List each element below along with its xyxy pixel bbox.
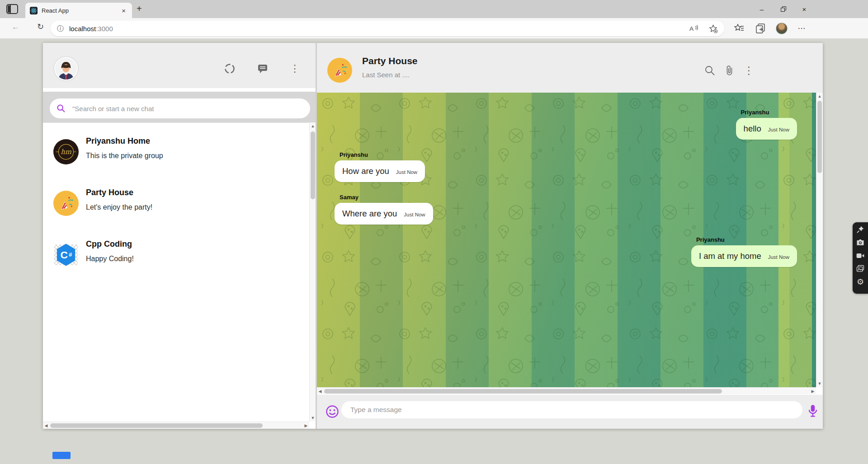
message-list: Priyanshu hello Just Now Priyanshu How a… xyxy=(317,93,816,387)
sidebar-hscrollbar[interactable]: ◀ ▶ xyxy=(43,422,309,429)
chat-name: Party House xyxy=(86,188,133,197)
sidebar-header: ⋮ xyxy=(43,43,316,88)
scrollbar-thumb[interactable] xyxy=(311,131,315,199)
emoji-icon[interactable] xyxy=(324,403,340,420)
message-time: Just Now xyxy=(768,127,789,132)
message: Samay Where are you Just Now xyxy=(335,194,433,225)
status-icon[interactable] xyxy=(224,63,236,75)
chat-menu-icon[interactable]: ⋮ xyxy=(743,65,755,77)
chat-header: Party House Last Seen at .... ⋮ xyxy=(317,43,823,93)
message-input-bar xyxy=(317,395,823,429)
search-bar[interactable] xyxy=(50,98,310,118)
chat-search-icon[interactable] xyxy=(704,65,716,77)
message-sender: Samay xyxy=(340,194,359,201)
messages-hscrollbar[interactable]: ◀ ▶ xyxy=(317,387,816,394)
scroll-up-icon[interactable]: ▲ xyxy=(816,93,823,100)
message-time: Just Now xyxy=(396,169,417,175)
scrollbar-thumb[interactable] xyxy=(50,423,263,428)
scroll-down-icon[interactable]: ▼ xyxy=(816,380,823,387)
taskbar-fragment xyxy=(52,452,71,459)
message: Priyanshu I am at my home Just Now xyxy=(691,236,797,267)
svg-text:A: A xyxy=(689,25,694,32)
window-minimize-icon[interactable]: – xyxy=(751,0,772,18)
chat-list-scrollbar[interactable]: ▲ ▼ xyxy=(309,122,316,422)
message-input-pill xyxy=(341,401,802,418)
browser-tab-strip: React App × + – × xyxy=(0,0,868,18)
collections-icon[interactable] xyxy=(755,23,767,34)
svg-text:hm: hm xyxy=(61,148,72,156)
back-icon[interactable]: ← xyxy=(11,22,19,32)
add-favorite-icon[interactable] xyxy=(708,24,718,33)
scroll-down-icon[interactable]: ▼ xyxy=(310,414,316,422)
favorites-icon[interactable] xyxy=(733,23,745,34)
sidebar: ⋮ hm Priyanshu Home This is the privat xyxy=(43,43,316,429)
chat-preview: This is the private group xyxy=(86,152,163,160)
scrollbar-thumb[interactable] xyxy=(817,101,822,173)
whatsapp-clone-app: ⋮ hm Priyanshu Home This is the privat xyxy=(43,43,823,429)
message-input[interactable] xyxy=(350,406,793,414)
chat-list-item[interactable]: Party House Let's enjoy the party! xyxy=(43,178,310,230)
message-text: hello xyxy=(744,124,761,134)
scroll-right-icon[interactable]: ▶ xyxy=(303,422,309,429)
new-tab-icon[interactable]: + xyxy=(137,4,142,14)
site-info-icon[interactable]: ⓘ xyxy=(57,24,64,33)
message-sender: Priyanshu xyxy=(340,151,368,158)
chat-list-item[interactable]: C# Cpp Coding Happy Coding! xyxy=(43,230,310,281)
scroll-left-icon[interactable]: ◀ xyxy=(317,388,323,395)
vertical-tabs-icon[interactable] xyxy=(6,4,18,14)
new-chat-icon[interactable] xyxy=(257,63,269,75)
chat-avatar-party xyxy=(53,191,79,216)
message-bubble[interactable]: hello Just Now xyxy=(736,118,797,140)
chat-subtitle: Last Seen at .... xyxy=(362,71,410,79)
search-strip xyxy=(43,92,316,122)
chat-title: Party House xyxy=(362,56,418,66)
svg-text:#: # xyxy=(69,251,72,258)
message: Priyanshu hello Just Now xyxy=(736,109,797,140)
refresh-icon[interactable]: ↻ xyxy=(37,22,44,32)
scroll-left-icon[interactable]: ◀ xyxy=(43,422,49,429)
read-aloud-icon[interactable]: A xyxy=(689,24,698,33)
mic-icon[interactable] xyxy=(806,403,820,420)
url-field[interactable]: ⓘ localhost :3000 A xyxy=(51,21,724,36)
message-bubble[interactable]: How are you Just Now xyxy=(335,160,425,182)
window-restore-icon[interactable] xyxy=(773,0,794,18)
scroll-right-icon[interactable]: ▶ xyxy=(810,388,816,395)
search-icon xyxy=(56,103,66,113)
browser-profile-avatar[interactable] xyxy=(776,23,788,34)
message-text: How are you xyxy=(342,166,389,176)
window-close-icon[interactable]: × xyxy=(794,0,815,18)
camera-icon[interactable] xyxy=(856,238,865,247)
chat-preview: Happy Coding! xyxy=(86,255,134,263)
messages-area: Priyanshu hello Just Now Priyanshu How a… xyxy=(317,93,816,387)
message-bubble[interactable]: I am at my home Just Now xyxy=(691,245,797,267)
message-sender: Priyanshu xyxy=(696,236,725,243)
settings-gear-icon[interactable]: ⚙ xyxy=(857,277,864,286)
message-bubble[interactable]: Where are you Just Now xyxy=(335,203,433,225)
message-sender: Priyanshu xyxy=(741,109,769,116)
scrollbar-thumb[interactable] xyxy=(324,389,722,394)
chat-avatar-csharp: C# xyxy=(53,242,79,267)
video-record-icon[interactable] xyxy=(856,251,865,260)
gallery-icon[interactable] xyxy=(856,264,865,273)
chat-list: hm Priyanshu Home This is the private gr… xyxy=(43,122,310,422)
browser-tab[interactable]: React App × xyxy=(25,3,132,18)
message: Priyanshu How are you Just Now xyxy=(335,151,425,182)
chat-name: Priyanshu Home xyxy=(86,136,150,146)
sidebar-menu-icon[interactable]: ⋮ xyxy=(289,63,301,75)
search-input[interactable] xyxy=(72,105,304,112)
message-text: Where are you xyxy=(342,209,397,219)
url-host: localhost xyxy=(69,25,96,33)
chat-list-item[interactable]: hm Priyanshu Home This is the private gr… xyxy=(43,127,310,178)
svg-text:C: C xyxy=(60,249,67,261)
scroll-up-icon[interactable]: ▲ xyxy=(310,122,316,130)
user-avatar[interactable] xyxy=(54,57,78,80)
browser-menu-icon[interactable]: … xyxy=(797,22,806,31)
messages-scrollbar[interactable]: ▲ ▼ xyxy=(816,93,822,387)
attach-icon[interactable] xyxy=(723,65,736,77)
message-time: Just Now xyxy=(768,254,789,260)
pin-icon[interactable] xyxy=(856,225,865,234)
tab-close-icon[interactable]: × xyxy=(120,7,127,14)
chat-header-avatar[interactable] xyxy=(327,58,352,83)
chat-name: Cpp Coding xyxy=(86,239,132,249)
tab-title: React App xyxy=(42,7,120,14)
